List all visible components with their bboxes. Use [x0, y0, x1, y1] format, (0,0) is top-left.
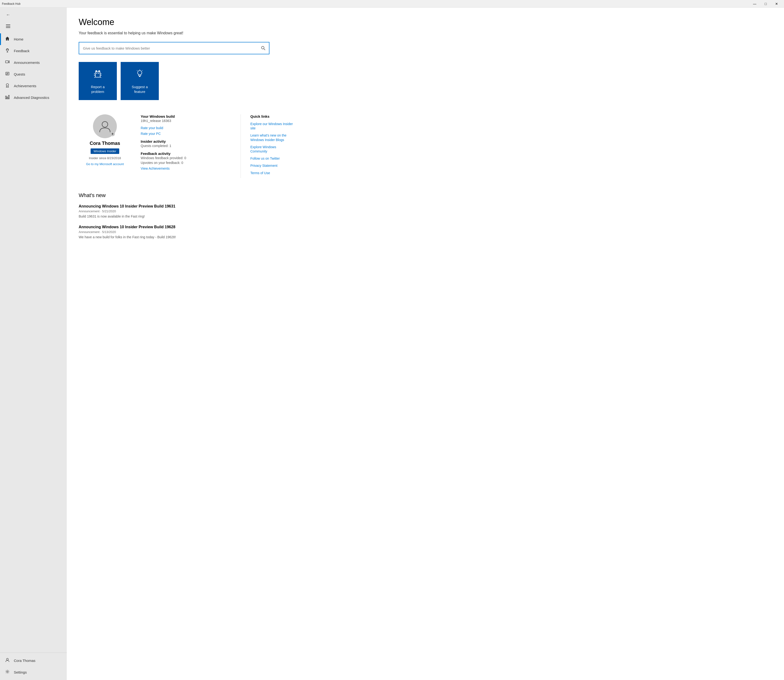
quick-link-insider-blogs[interactable]: Learn what's new on the Windows Insider …: [250, 133, 293, 142]
sidebar-nav: Home Feedback: [0, 33, 67, 653]
sidebar-top: ←: [0, 8, 67, 33]
home-icon: [5, 36, 10, 42]
welcome-title: Welcome: [79, 17, 772, 27]
svg-point-16: [7, 671, 8, 672]
svg-line-29: [100, 77, 101, 78]
svg-point-31: [98, 73, 99, 74]
news-item-1: Announcing Windows 10 Insider Preview Bu…: [79, 225, 772, 239]
news-item-0-meta: Announcement · 5/21/2020: [79, 209, 772, 213]
back-button[interactable]: ←: [4, 11, 13, 19]
profile-name: Cora Thomas: [90, 140, 120, 146]
sidebar-bottom: Cora Thomas Settings: [0, 653, 67, 680]
sidebar-item-home-label: Home: [14, 37, 24, 41]
bug-icon: [92, 68, 104, 82]
rate-pc-link[interactable]: Rate your PC: [141, 132, 231, 135]
settings-label: Settings: [14, 670, 27, 674]
sidebar-item-quests[interactable]: Quests: [0, 68, 67, 80]
quick-link-windows-community[interactable]: Explore Windows Community: [250, 145, 293, 153]
hamburger-icon: [6, 25, 10, 28]
report-problem-card[interactable]: Report aproblem: [79, 62, 117, 100]
svg-rect-12: [5, 96, 6, 99]
sidebar-item-announcements-label: Announcements: [14, 60, 39, 65]
svg-line-37: [142, 70, 143, 71]
quests-icon: [5, 71, 10, 77]
svg-point-17: [262, 46, 264, 49]
news-item-1-meta: Announcement · 5/13/2020: [79, 230, 772, 234]
rate-build-link[interactable]: Rate your build: [141, 126, 231, 130]
avatar-icon: [98, 119, 112, 134]
profile-avatar: +: [93, 114, 117, 138]
titlebar: Feedback Hub — □ ✕: [0, 0, 784, 8]
svg-line-18: [264, 49, 265, 50]
sidebar-item-achievements[interactable]: Achievements: [0, 80, 67, 92]
minimize-button[interactable]: —: [749, 0, 760, 8]
feedback-activity-title: Feedback activity: [141, 151, 231, 156]
maximize-button[interactable]: □: [760, 0, 771, 8]
svg-point-11: [6, 83, 9, 86]
search-bar: [79, 42, 270, 54]
svg-point-32: [137, 71, 142, 75]
feedback-icon: [5, 48, 10, 54]
settings-button[interactable]: Settings: [0, 666, 67, 678]
report-problem-label: Report aproblem: [91, 85, 105, 94]
suggest-feature-label: Suggest afeature: [132, 85, 148, 94]
svg-point-30: [96, 73, 97, 74]
quests-completed: Quests completed: 1: [141, 144, 231, 148]
sidebar: ← Home: [0, 8, 67, 680]
close-button[interactable]: ✕: [771, 0, 782, 8]
quick-link-terms[interactable]: Terms of Use: [250, 171, 293, 175]
user-icon: [5, 658, 10, 664]
profile-since: Insider since 8/23/2018: [89, 156, 121, 160]
announcements-icon: [5, 60, 10, 66]
news-item-0-title: Announcing Windows 10 Insider Preview Bu…: [79, 204, 772, 208]
avatar-plus-icon: +: [110, 132, 115, 136]
svg-line-36: [137, 70, 137, 71]
sidebar-item-home[interactable]: Home: [0, 33, 67, 45]
profile-left: + Cora Thomas Windows Insider Insider si…: [79, 114, 131, 178]
svg-line-28: [95, 77, 95, 78]
hamburger-button[interactable]: [4, 22, 13, 30]
news-item-1-title: Announcing Windows 10 Insider Preview Bu…: [79, 225, 772, 229]
svg-rect-19: [95, 72, 100, 77]
quick-links-title: Quick links: [250, 114, 293, 118]
news-item-1-desc: We have a new build for folks in the Fas…: [79, 235, 772, 239]
sidebar-item-feedback[interactable]: Feedback: [0, 45, 67, 57]
app-title: Feedback Hub: [2, 2, 21, 5]
suggest-feature-card[interactable]: Suggest afeature: [121, 62, 159, 100]
app-layout: ← Home: [0, 8, 784, 680]
upvotes: Upvotes on your feedback: 0: [141, 161, 231, 165]
window-controls: — □ ✕: [749, 0, 782, 8]
quick-link-explore-insider[interactable]: Explore our Windows Insider site: [250, 122, 293, 130]
svg-point-15: [6, 658, 8, 660]
svg-rect-2: [6, 27, 10, 28]
whats-new-title: What's new: [79, 192, 772, 198]
svg-rect-0: [6, 25, 10, 25]
svg-rect-6: [5, 61, 8, 63]
account-link[interactable]: Go to my Microsoft account: [86, 162, 124, 166]
search-button[interactable]: [257, 42, 269, 54]
build-value: 19h1_release 18363: [141, 119, 231, 123]
user-label: Cora Thomas: [14, 658, 36, 663]
svg-rect-14: [8, 95, 9, 99]
main-content: Welcome Your feedback is essential to he…: [67, 8, 784, 680]
profile-middle: Your Windows build 19h1_release 18363 Ra…: [131, 114, 241, 178]
lightbulb-icon: [134, 68, 145, 82]
quick-link-privacy[interactable]: Privacy Statement: [250, 164, 293, 168]
sidebar-item-advanced-diagnostics-label: Advanced Diagnostics: [14, 96, 49, 99]
advanced-diagnostics-icon: [5, 94, 10, 101]
sidebar-item-advanced-diagnostics[interactable]: Advanced Diagnostics: [0, 92, 67, 104]
sidebar-item-achievements-label: Achievements: [14, 84, 36, 88]
quick-link-twitter[interactable]: Follow us on Twitter: [250, 156, 293, 161]
search-input[interactable]: [79, 43, 257, 53]
profile-right: Quick links Explore our Windows Insider …: [241, 114, 293, 178]
sidebar-item-announcements[interactable]: Announcements: [0, 57, 67, 68]
view-achievements-link[interactable]: View Achievements: [141, 167, 231, 170]
sidebar-item-quests-label: Quests: [14, 72, 25, 76]
feedback-provided: Windows feedback provided: 0: [141, 156, 231, 160]
profile-section: + Cora Thomas Windows Insider Insider si…: [79, 110, 293, 183]
news-item-0-desc: Build 19631 is now available in the Fast…: [79, 214, 772, 218]
news-item-0: Announcing Windows 10 Insider Preview Bu…: [79, 204, 772, 218]
action-cards: Report aproblem Suggest afeature: [79, 62, 772, 100]
build-title: Your Windows build: [141, 114, 231, 118]
user-button[interactable]: Cora Thomas: [0, 655, 67, 666]
